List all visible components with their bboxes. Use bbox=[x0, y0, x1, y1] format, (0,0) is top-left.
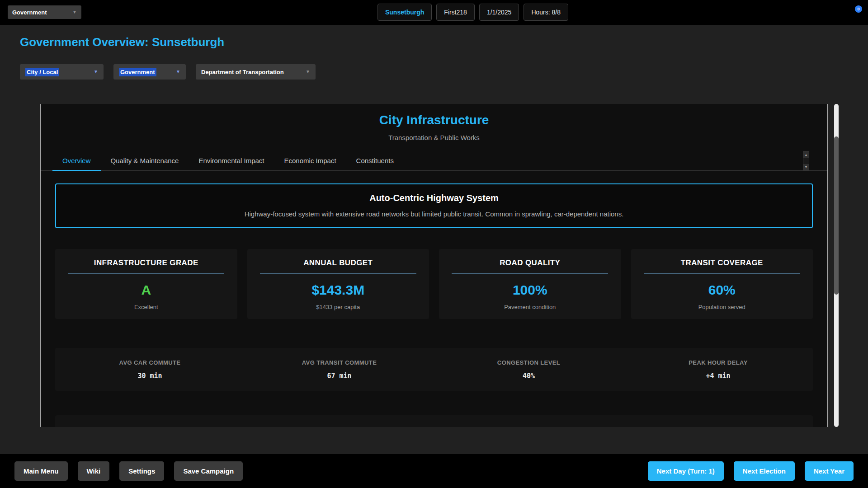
scroll-down-icon[interactable]: ▼ bbox=[803, 164, 809, 170]
branch-select-value: Government bbox=[119, 68, 156, 76]
topbar-center-group: Sunsetburgh First218 1/1/2025 Hours: 8/8 bbox=[39, 4, 868, 21]
department-select[interactable]: Department of Transportation ▼ bbox=[196, 64, 316, 80]
mini-stat-label: CONGESTION LEVEL bbox=[434, 359, 623, 366]
chevron-down-icon: ▼ bbox=[176, 70, 180, 74]
mini-stat-value: 40% bbox=[434, 372, 623, 380]
chevron-down-icon: ▼ bbox=[306, 70, 310, 74]
player-name-button[interactable]: First218 bbox=[436, 4, 475, 21]
level-select-value: City / Local bbox=[25, 68, 59, 76]
date-button[interactable]: 1/1/2025 bbox=[479, 4, 519, 21]
tab-bar: Overview Quality & Maintenance Environme… bbox=[41, 152, 827, 171]
save-campaign-button[interactable]: Save Campaign bbox=[174, 461, 243, 481]
filter-row: City / Local ▼ Government ▼ Department o… bbox=[20, 64, 868, 80]
tab-overview[interactable]: Overview bbox=[52, 152, 101, 171]
hours-button[interactable]: Hours: 8/8 bbox=[524, 4, 568, 21]
panel-scrollbar[interactable] bbox=[834, 104, 839, 427]
tab-environmental-impact[interactable]: Environmental Impact bbox=[189, 152, 274, 170]
mini-scrollbar-track[interactable] bbox=[803, 158, 809, 164]
mini-stat-label: AVG CAR COMMUTE bbox=[55, 359, 245, 366]
mini-stat-avg-car-commute: AVG CAR COMMUTE 30 min bbox=[55, 359, 245, 380]
next-year-button[interactable]: Next Year bbox=[805, 461, 854, 481]
city-name-button[interactable]: Sunsetburgh bbox=[377, 4, 432, 21]
next-section-partial bbox=[55, 415, 813, 427]
panel-title: City Infrastructure bbox=[41, 104, 827, 127]
department-select-value: Department of Transportation bbox=[201, 69, 284, 75]
stat-card-underline bbox=[644, 273, 800, 274]
mini-stat-congestion-level: CONGESTION LEVEL 40% bbox=[434, 359, 623, 380]
mini-stat-value: +4 min bbox=[623, 372, 813, 380]
bottom-bar: Main Menu Wiki Settings Save Campaign Ne… bbox=[0, 454, 868, 488]
system-title: Auto-Centric Highway System bbox=[65, 193, 803, 203]
stat-card-value: A bbox=[55, 282, 237, 298]
tab-mini-scrollbar[interactable]: ▲ ▼ bbox=[803, 151, 809, 170]
next-day-button[interactable]: Next Day (Turn: 1) bbox=[648, 461, 724, 481]
stat-card-caption: $1433 per capita bbox=[247, 304, 429, 310]
settings-button[interactable]: Settings bbox=[119, 461, 164, 481]
mini-stat-value: 67 min bbox=[245, 372, 434, 380]
scroll-up-icon[interactable]: ▲ bbox=[803, 152, 809, 158]
top-bar: Government ▼ Sunsetburgh First218 1/1/20… bbox=[0, 0, 868, 25]
commute-stats-bar: AVG CAR COMMUTE 30 min AVG TRANSIT COMMU… bbox=[55, 348, 813, 391]
stat-card-annual-budget: ANNUAL BUDGET $143.3M $1433 per capita bbox=[247, 249, 429, 319]
stat-card-infrastructure-grade: INFRASTRUCTURE GRADE A Excellent bbox=[55, 249, 237, 319]
wiki-button[interactable]: Wiki bbox=[78, 461, 110, 481]
stat-card-value: $143.3M bbox=[247, 282, 429, 298]
stat-card-road-quality: ROAD QUALITY 100% Pavement condition bbox=[439, 249, 621, 319]
bottom-left-buttons: Main Menu Wiki Settings Save Campaign bbox=[14, 461, 243, 481]
tab-economic-impact[interactable]: Economic Impact bbox=[274, 152, 346, 170]
main-menu-button[interactable]: Main Menu bbox=[14, 461, 68, 481]
tab-quality-maintenance[interactable]: Quality & Maintenance bbox=[101, 152, 189, 170]
tab-constituents[interactable]: Constituents bbox=[346, 152, 404, 170]
stat-card-grid: INFRASTRUCTURE GRADE A Excellent ANNUAL … bbox=[55, 249, 813, 319]
stat-card-value: 100% bbox=[439, 282, 621, 298]
chevron-down-icon: ▼ bbox=[94, 70, 98, 74]
notification-badge[interactable]: 0 bbox=[855, 5, 862, 13]
mini-stat-avg-transit-commute: AVG TRANSIT COMMUTE 67 min bbox=[245, 359, 434, 380]
stat-card-caption: Excellent bbox=[55, 304, 237, 310]
stat-card-transit-coverage: TRANSIT COVERAGE 60% Population served bbox=[631, 249, 813, 319]
stat-card-label: TRANSIT COVERAGE bbox=[631, 258, 813, 267]
stat-card-label: ROAD QUALITY bbox=[439, 258, 621, 267]
stat-card-value: 60% bbox=[631, 282, 813, 298]
bottom-right-buttons: Next Day (Turn: 1) Next Election Next Ye… bbox=[648, 461, 854, 481]
infrastructure-panel: City Infrastructure Transportation & Pub… bbox=[40, 104, 828, 427]
level-select[interactable]: City / Local ▼ bbox=[20, 64, 104, 80]
next-election-button[interactable]: Next Election bbox=[734, 461, 795, 481]
app-window: Government ▼ Sunsetburgh First218 1/1/20… bbox=[0, 0, 868, 488]
stat-card-caption: Population served bbox=[631, 304, 813, 310]
branch-select[interactable]: Government ▼ bbox=[113, 64, 186, 80]
mini-stat-peak-hour-delay: PEAK HOUR DELAY +4 min bbox=[623, 359, 813, 380]
stat-card-underline bbox=[68, 273, 224, 274]
page-title: Government Overview: Sunsetburgh bbox=[0, 25, 868, 49]
stat-card-label: ANNUAL BUDGET bbox=[247, 258, 429, 267]
mini-stat-value: 30 min bbox=[55, 372, 245, 380]
heading-divider bbox=[11, 59, 857, 59]
panel-area: City Infrastructure Transportation & Pub… bbox=[0, 104, 868, 427]
mini-stat-label: PEAK HOUR DELAY bbox=[623, 359, 813, 366]
stat-card-caption: Pavement condition bbox=[439, 304, 621, 310]
panel-scrollbar-thumb[interactable] bbox=[834, 136, 839, 295]
highway-system-card: Auto-Centric Highway System Highway-focu… bbox=[55, 183, 813, 228]
main-content: Government Overview: Sunsetburgh City / … bbox=[0, 25, 868, 454]
panel-subtitle: Transportation & Public Works bbox=[41, 134, 827, 141]
system-description: Highway-focused system with extensive ro… bbox=[65, 210, 803, 218]
stat-card-label: INFRASTRUCTURE GRADE bbox=[55, 258, 237, 267]
stat-card-underline bbox=[260, 273, 416, 274]
mini-stat-label: AVG TRANSIT COMMUTE bbox=[245, 359, 434, 366]
stat-card-underline bbox=[452, 273, 608, 274]
